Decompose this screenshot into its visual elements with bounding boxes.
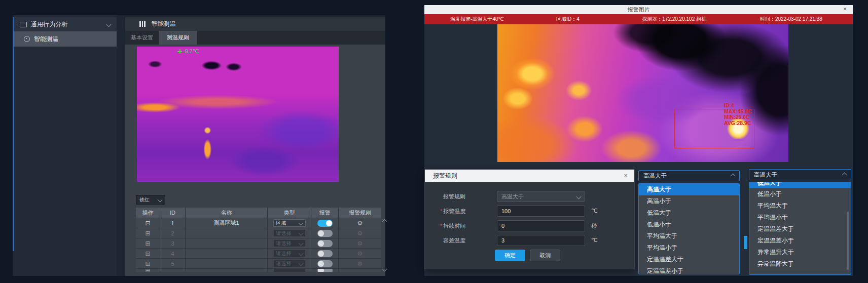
add-region-button[interactable]: ⊞ — [136, 228, 160, 238]
sidebar: 通用行为分析 智能测温 — [14, 15, 117, 276]
left-content: 智能测温 基本设置 测温规则 -9.7℃ 铁红 操作 ID 名称 — [125, 17, 385, 276]
alarm-thermal-image: ID:4 MAX:45.8C MIN:25.0C AVG:28.9C — [497, 24, 788, 162]
confirm-button[interactable]: 确定 — [495, 250, 525, 261]
gear-icon[interactable]: ⚙ — [357, 230, 363, 236]
gear-icon[interactable]: ⚙ — [357, 251, 363, 257]
content-body: -9.7℃ 铁红 操作 ID 名称 类型 报警 报警规则 ⊡ 1 — [125, 45, 385, 276]
row-id: 1 — [160, 218, 186, 228]
palette-value: 铁红 — [139, 196, 150, 204]
row-name — [186, 228, 268, 238]
option[interactable]: 平均温小于 — [749, 212, 851, 223]
sidebar-item-smart-thermometry[interactable]: 智能测温 — [14, 31, 117, 47]
option[interactable]: 定温温差小于 — [749, 235, 851, 247]
tolerance-input[interactable] — [497, 235, 585, 246]
spot-cross-icon — [177, 49, 182, 54]
roi-stats-overlay: ID:4 MAX:45.8C MIN:25.0C AVG:28.9C — [724, 103, 752, 126]
dropdown-scrollbar-thumb[interactable] — [847, 212, 849, 270]
row-name — [186, 238, 268, 248]
gear-icon[interactable]: ⚙ — [357, 240, 363, 247]
chevron-up-icon — [842, 172, 847, 177]
option-clipped[interactable]: 低温大于 — [749, 182, 851, 188]
close-icon[interactable]: × — [843, 6, 847, 13]
add-region-button[interactable]: ⊞ — [136, 238, 160, 248]
alert-region-text: 区域ID：4 — [556, 16, 580, 23]
chevron-down-icon — [298, 251, 303, 256]
row-id: 5 — [160, 259, 186, 268]
required-mark: * — [440, 223, 442, 229]
type-select-disabled: 请选择 — [273, 229, 306, 237]
obscured-confirm-button[interactable] — [744, 236, 747, 249]
alarm-toggle[interactable] — [317, 250, 333, 257]
tab-basic-settings[interactable]: 基本设置 — [125, 31, 159, 45]
option[interactable]: 定温温差小于 — [639, 265, 739, 274]
tab-thermometry-rules[interactable]: 测温规则 — [159, 31, 197, 45]
option[interactable]: 定温温差大于 — [749, 223, 851, 235]
alarm-toggle[interactable] — [317, 230, 333, 237]
option[interactable]: 定温温差大于 — [639, 254, 739, 265]
table-row-clipped: ⊞ — [136, 268, 381, 272]
close-icon[interactable]: × — [624, 172, 628, 179]
rule-dropdown-right[interactable]: 高温大于 — [749, 169, 851, 180]
cancel-button[interactable]: 取消 — [530, 250, 560, 261]
chevron-down-icon — [576, 194, 582, 199]
rule-dropdown-left[interactable]: 高温大于 — [638, 170, 740, 181]
alarm-toggle[interactable] — [317, 240, 333, 247]
field-label: 容差温度 — [443, 237, 465, 245]
left-app-window: 通用行为分析 智能测温 智能测温 基本设置 测温规则 -9.7℃ 铁红 — [13, 15, 385, 276]
alarm-toggle[interactable] — [317, 260, 333, 267]
spot-temperature-overlay: -9.7℃ — [177, 48, 199, 55]
thermal-preview-image: -9.7℃ — [137, 47, 339, 182]
col-header-alarm-rule: 报警规则 — [339, 208, 381, 218]
add-icon: ⊞ — [145, 251, 150, 257]
field-tolerance: 容差温度 ℃ — [425, 235, 634, 246]
add-icon: ⊞ — [145, 230, 150, 236]
col-header-operation: 操作 — [136, 208, 160, 218]
unit-label: ℃ — [591, 237, 597, 244]
gear-icon[interactable]: ⚙ — [357, 261, 363, 267]
region-table: 操作 ID 名称 类型 报警 报警规则 ⊡ 1 测温区域1 区域 ⚙ ⊞ — [136, 208, 381, 272]
tab-bar: 基本设置 测温规则 — [125, 31, 385, 45]
row-name — [186, 249, 268, 258]
chevron-down-icon — [158, 197, 163, 203]
alarm-toggle[interactable] — [317, 220, 333, 227]
sidebar-group-behavior-analysis[interactable]: 通用行为分析 — [14, 17, 117, 31]
roi-id: ID:4 — [724, 103, 752, 109]
table-row: ⊞ 2 请选择 ⚙ — [136, 228, 381, 238]
row-id: 2 — [160, 228, 186, 238]
table-scroll-up-icon[interactable] — [383, 220, 386, 223]
delete-icon: ⊡ — [145, 220, 150, 226]
content-titlebar: 智能测温 — [125, 17, 385, 31]
col-header-id: ID — [160, 208, 186, 218]
field-label: *持续时间 — [440, 222, 465, 230]
col-header-name: 名称 — [186, 208, 268, 218]
chevron-down-icon — [298, 241, 303, 246]
option[interactable]: 平均温大于 — [749, 200, 851, 212]
alarm-temperature-input[interactable] — [497, 206, 585, 217]
type-select-disabled: 请选择 — [273, 250, 306, 257]
type-select-disabled: 请选择 — [273, 239, 306, 247]
option[interactable]: 低温大于 — [639, 207, 739, 219]
field-alarm-rule: 报警规则 高温大于 — [425, 191, 634, 202]
rule-dropdown-right-options: 低温大于 低温小于 平均温大于 平均温小于 定温温差大于 定温温差小于 异常温升… — [749, 182, 851, 275]
add-region-button[interactable]: ⊞ — [136, 249, 160, 258]
palette-select[interactable]: 铁红 — [136, 195, 165, 205]
option[interactable]: 高温小于 — [639, 195, 739, 207]
table-row: ⊞ 5 请选择 ⚙ — [136, 258, 381, 268]
option[interactable]: 高温大于 — [639, 184, 739, 195]
duration-input[interactable] — [497, 220, 585, 231]
add-region-button[interactable]: ⊞ — [136, 259, 160, 268]
option[interactable]: 平均温大于 — [639, 230, 739, 242]
option[interactable]: 低温小于 — [639, 219, 739, 230]
type-select[interactable]: 区域 — [273, 219, 306, 227]
option[interactable]: 异常温降大于 — [749, 258, 851, 270]
alarm-rule-select[interactable]: 高温大于 — [497, 191, 585, 202]
row-id: 4 — [160, 249, 186, 258]
field-duration: *持续时间 秒 — [425, 220, 634, 231]
menu-bars-icon[interactable] — [139, 21, 146, 27]
option[interactable]: 异常温升大于 — [749, 247, 851, 258]
gear-icon[interactable]: ⚙ — [357, 220, 363, 226]
table-scroll-down-icon[interactable] — [383, 267, 386, 271]
option[interactable]: 低温小于 — [749, 188, 851, 200]
option[interactable]: 平均温小于 — [639, 242, 739, 254]
delete-region-button[interactable]: ⊡ — [136, 218, 160, 228]
